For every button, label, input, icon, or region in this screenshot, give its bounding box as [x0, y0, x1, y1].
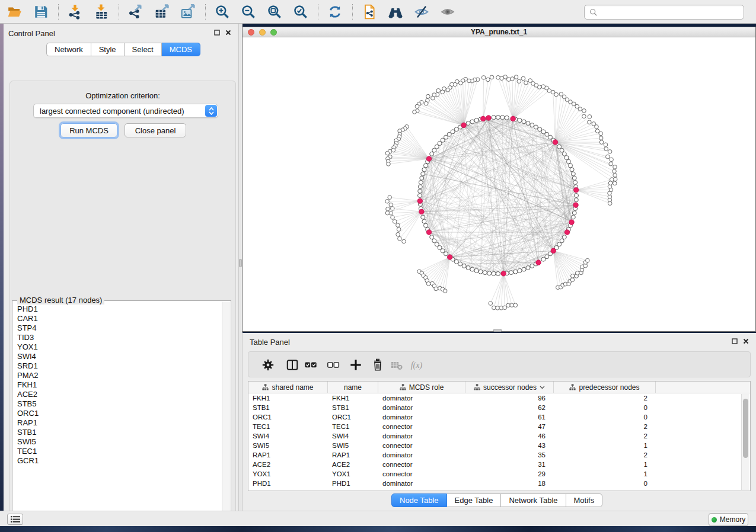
- cell[interactable]: SWI5: [248, 441, 328, 450]
- zoom-in-icon[interactable]: [212, 2, 232, 21]
- mcds-result-item[interactable]: GCR1: [17, 456, 222, 466]
- cell[interactable]: 0: [554, 412, 656, 422]
- mcds-result-item[interactable]: STB5: [17, 399, 222, 409]
- table-row[interactable]: ACE2ACE2connector311: [248, 460, 750, 469]
- cell[interactable]: ACE2: [248, 460, 328, 469]
- mcds-result-item[interactable]: SWI4: [17, 352, 222, 361]
- mcds-result-item[interactable]: FKH1: [17, 380, 222, 390]
- mcds-result-list[interactable]: PHD1CAR1STP4TID3YOX1SWI4SRD1PMA2FKH1ACE2…: [13, 303, 222, 520]
- cell[interactable]: 0: [554, 403, 656, 412]
- column-header-shared-name[interactable]: shared name: [248, 382, 328, 393]
- table-row[interactable]: FKH1FKH1dominator962: [248, 393, 750, 403]
- cell[interactable]: 46: [465, 431, 554, 441]
- table-row[interactable]: YOX1YOX1connector291: [248, 469, 750, 479]
- cell[interactable]: PHD1: [248, 479, 328, 488]
- cell[interactable]: STB1: [328, 403, 378, 412]
- export-table-icon[interactable]: [152, 2, 172, 21]
- export-network-icon[interactable]: [126, 2, 146, 21]
- column-header-name[interactable]: name: [328, 382, 378, 393]
- cell[interactable]: 1: [554, 469, 656, 479]
- cell[interactable]: 1: [554, 460, 656, 469]
- mcds-result-item[interactable]: ACE2: [17, 390, 222, 399]
- search-box[interactable]: [584, 5, 744, 20]
- export-image-icon[interactable]: [178, 2, 198, 21]
- minimize-window-icon[interactable]: [259, 29, 266, 36]
- mcds-result-item[interactable]: CAR1: [17, 314, 222, 323]
- cell[interactable]: 18: [465, 479, 554, 488]
- close-window-icon[interactable]: [248, 29, 254, 36]
- unselect-checks-icon[interactable]: [324, 357, 342, 373]
- mcds-result-item[interactable]: STP4: [17, 323, 222, 333]
- cell[interactable]: 2: [554, 393, 656, 403]
- add-icon[interactable]: [347, 357, 365, 373]
- column-header-successor-nodes[interactable]: successor nodes: [465, 382, 554, 393]
- table-row[interactable]: RAP1RAP1dominator352: [248, 450, 750, 460]
- import-table-icon[interactable]: [91, 2, 111, 21]
- cell[interactable]: STB1: [248, 403, 328, 412]
- zoom-out-icon[interactable]: [238, 2, 259, 21]
- mcds-result-item[interactable]: SRD1: [17, 361, 222, 371]
- cell[interactable]: 1: [554, 441, 656, 450]
- float-panel-icon[interactable]: [214, 30, 220, 36]
- cell[interactable]: 29: [465, 469, 554, 479]
- refresh-icon[interactable]: [325, 2, 345, 21]
- share-document-icon[interactable]: [359, 2, 379, 21]
- zoom-fit-icon[interactable]: [264, 2, 285, 21]
- tab-mcds[interactable]: MCDS: [162, 43, 200, 56]
- horizontal-splitter-handle[interactable]: [493, 329, 502, 332]
- cell[interactable]: 0: [554, 479, 656, 488]
- cell[interactable]: RAP1: [248, 450, 328, 460]
- import-network-icon[interactable]: [65, 2, 85, 21]
- cell[interactable]: PHD1: [328, 479, 378, 488]
- cell[interactable]: YOX1: [248, 469, 328, 479]
- cell[interactable]: 35: [465, 450, 554, 460]
- table-tab-network-table[interactable]: Network Table: [501, 493, 566, 507]
- cell[interactable]: SWI4: [328, 431, 378, 441]
- cell[interactable]: FKH1: [328, 393, 378, 403]
- cell[interactable]: 2: [554, 450, 656, 460]
- tab-network[interactable]: Network: [46, 43, 91, 56]
- cell[interactable]: SWI5: [328, 441, 378, 450]
- float-table-panel-icon[interactable]: [732, 338, 738, 344]
- zoom-selected-icon[interactable]: [291, 2, 311, 21]
- mcds-result-item[interactable]: ORC1: [17, 409, 222, 418]
- select-all-checks-icon[interactable]: [302, 357, 320, 373]
- search-input[interactable]: [601, 8, 739, 17]
- mcds-result-item[interactable]: YOX1: [17, 342, 222, 352]
- cell[interactable]: connector: [378, 469, 465, 479]
- cell[interactable]: SWI4: [248, 431, 328, 441]
- table-scrollbar[interactable]: [741, 394, 749, 490]
- cell[interactable]: ACE2: [328, 460, 378, 469]
- cell[interactable]: dominator: [378, 431, 465, 441]
- cell[interactable]: ORC1: [328, 412, 378, 422]
- column-header-predecessor-nodes[interactable]: predecessor nodes: [554, 382, 656, 393]
- optimization-criterion-select[interactable]: largest connected component (undirected): [33, 104, 218, 118]
- cell[interactable]: 61: [465, 412, 554, 422]
- cell[interactable]: 47: [465, 422, 554, 431]
- cell[interactable]: dominator: [378, 450, 465, 460]
- mcds-result-scrollbar[interactable]: [222, 302, 230, 520]
- cell[interactable]: YOX1: [328, 469, 378, 479]
- cell[interactable]: 2: [554, 422, 656, 431]
- mcds-result-item[interactable]: TID3: [17, 333, 222, 342]
- table-tab-motifs[interactable]: Motifs: [566, 493, 603, 507]
- network-window-titlebar[interactable]: YPA_prune.txt_1: [243, 27, 755, 37]
- table-row[interactable]: SWI5SWI5connector431: [248, 441, 750, 450]
- gear-icon[interactable]: [259, 357, 277, 373]
- close-table-panel-icon[interactable]: [743, 338, 749, 344]
- split-columns-icon[interactable]: [283, 357, 301, 373]
- cell[interactable]: 43: [465, 441, 554, 450]
- close-panel-icon[interactable]: [225, 30, 231, 36]
- table-row[interactable]: TEC1TEC1connector472: [248, 422, 750, 431]
- cell[interactable]: RAP1: [328, 450, 378, 460]
- cell[interactable]: dominator: [378, 479, 465, 488]
- table-row[interactable]: PHD1PHD1dominator180: [248, 479, 750, 488]
- cell[interactable]: FKH1: [248, 393, 328, 403]
- tab-style[interactable]: Style: [91, 43, 125, 56]
- cell[interactable]: dominator: [378, 393, 465, 403]
- cell[interactable]: 62: [465, 403, 554, 412]
- mcds-result-item[interactable]: RAP1: [17, 418, 222, 428]
- cell[interactable]: 31: [465, 460, 554, 469]
- table-row[interactable]: ORC1ORC1dominator610: [248, 412, 750, 422]
- table-tab-node-table[interactable]: Node Table: [391, 493, 447, 507]
